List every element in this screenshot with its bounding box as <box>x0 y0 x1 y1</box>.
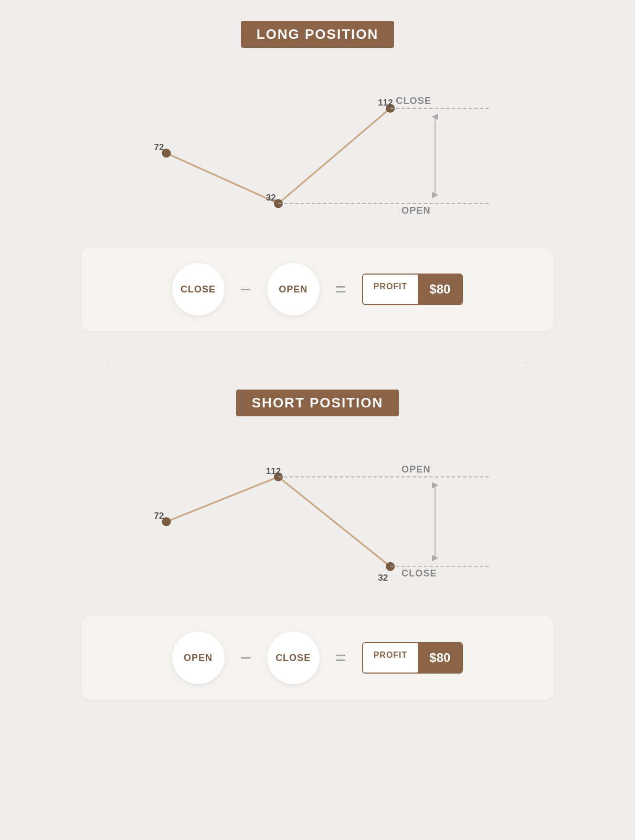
short-formula-open-circle: OPEN <box>172 632 225 684</box>
long-point-label-72: 72 <box>154 142 164 152</box>
long-profit-label: PROFIT <box>363 275 418 304</box>
long-position-title: LONG POSITION <box>241 21 395 48</box>
short-formula-equals: = <box>335 647 346 669</box>
long-formula-open-circle: OPEN <box>267 263 320 316</box>
short-open-label: OPEN <box>401 464 431 475</box>
short-point-label-72: 72 <box>154 511 164 521</box>
short-close-label: CLOSE <box>401 568 437 579</box>
long-open-label: OPEN <box>401 205 431 216</box>
long-point-label-112: 112 <box>378 98 393 108</box>
short-profit-label: PROFIT <box>363 643 418 673</box>
long-point-label-32: 32 <box>266 193 276 203</box>
short-point-label-112: 112 <box>266 466 281 476</box>
short-position-formula: OPEN − CLOSE = PROFIT $80 <box>81 616 554 700</box>
long-position-section: LONG POSITION 72 32 112 <box>81 21 554 331</box>
long-formula-equals: = <box>335 278 346 300</box>
long-position-formula: CLOSE − OPEN = PROFIT $80 <box>81 247 554 331</box>
long-formula-result: PROFIT $80 <box>362 274 463 305</box>
short-formula-close-circle: CLOSE <box>267 632 320 684</box>
long-formula-minus: − <box>240 278 251 300</box>
short-formula-result: PROFIT $80 <box>362 642 463 674</box>
long-profit-value: $80 <box>418 275 462 304</box>
short-point-label-32: 32 <box>378 573 388 583</box>
short-position-chart: 72 112 32 OPEN CLOSE <box>81 432 554 600</box>
long-close-label: CLOSE <box>396 96 431 106</box>
section-divider <box>108 363 527 363</box>
short-formula-minus: − <box>240 647 251 669</box>
short-profit-value: $80 <box>418 643 462 673</box>
short-position-title: SHORT POSITION <box>236 390 399 416</box>
short-position-section: SHORT POSITION 72 112 32 <box>81 390 554 700</box>
long-position-chart: 72 32 112 CLOSE OPEN <box>81 64 554 232</box>
long-formula-close-circle: CLOSE <box>172 263 225 316</box>
